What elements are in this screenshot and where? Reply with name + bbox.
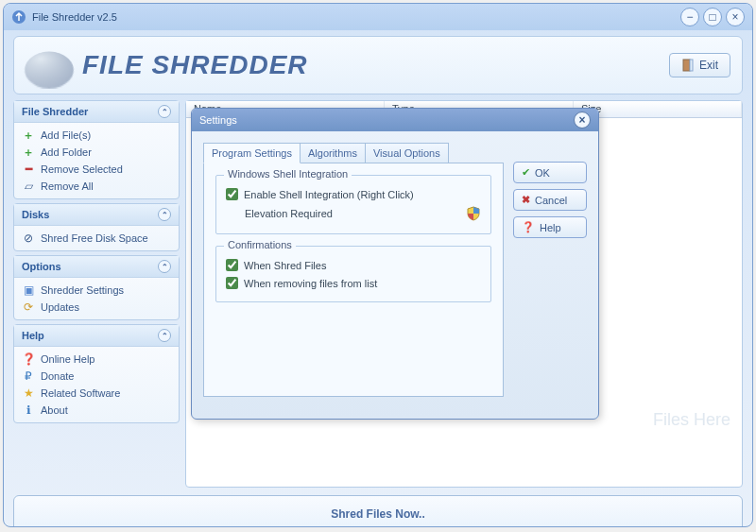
donate-item[interactable]: ₽Donate: [20, 368, 173, 385]
dialog-body: Program Settings Algorithms Visual Optio…: [192, 131, 598, 409]
titlebar: File Shredder v2.5 − □ ×: [4, 4, 752, 30]
window-controls: − □ ×: [680, 8, 745, 26]
dialog-title: Settings: [199, 114, 574, 126]
add-files-item[interactable]: ＋Add File(s): [20, 127, 173, 144]
svg-rect-1: [683, 60, 690, 71]
chevron-up-icon[interactable]: ⌃: [158, 208, 171, 221]
tab-program-settings[interactable]: Program Settings: [203, 143, 301, 163]
related-software-item[interactable]: ★Related Software: [20, 385, 173, 402]
header-bar: FILE SHREDDER Exit: [13, 36, 743, 94]
plus-icon: ＋: [22, 146, 35, 159]
online-help-item[interactable]: ❓Online Help: [20, 351, 173, 368]
tab-visual-options[interactable]: Visual Options: [365, 143, 449, 163]
tab-content: Windows Shell Integration Enable Shell I…: [203, 163, 504, 397]
ok-button[interactable]: ✔OK: [513, 162, 587, 183]
app-icon: [11, 9, 26, 25]
gear-icon: ▣: [22, 283, 35, 297]
dialog-close-button[interactable]: ×: [574, 112, 591, 129]
eraser-icon: ▱: [22, 180, 35, 193]
panel-header[interactable]: Options ⌃: [14, 256, 179, 278]
tab-area: Program Settings Algorithms Visual Optio…: [203, 143, 504, 398]
help-icon: ❓: [522, 221, 535, 233]
panel-disks: Disks ⌃ ⊘Shred Free Disk Space: [13, 203, 180, 251]
maximize-button[interactable]: □: [703, 8, 722, 26]
shredder-settings-item[interactable]: ▣Shredder Settings: [20, 282, 173, 299]
chevron-up-icon[interactable]: ⌃: [158, 260, 171, 273]
settings-dialog: Settings × Program Settings Algorithms V…: [191, 108, 599, 420]
logo-text: FILE SHREDDER: [82, 50, 308, 80]
disk-icon: ⊘: [22, 232, 35, 245]
panel-header[interactable]: Disks ⌃: [14, 204, 179, 226]
x-icon: ✖: [522, 194, 530, 206]
panel-file-shredder: File Shredder ⌃ ＋Add File(s) ＋Add Folder…: [13, 100, 180, 199]
elevation-row: Elevation Required: [245, 203, 481, 224]
donate-icon: ₽: [22, 369, 35, 383]
cancel-button[interactable]: ✖Cancel: [513, 189, 587, 211]
logo-disk-icon: [17, 52, 81, 89]
drop-hint: Files Here: [653, 410, 730, 430]
minimize-button[interactable]: −: [680, 8, 699, 26]
updates-item[interactable]: ⟳Updates: [20, 299, 173, 316]
shell-integration-group: Windows Shell Integration Enable Shell I…: [215, 175, 491, 234]
enable-shell-row[interactable]: Enable Shell Integration (Right Click): [226, 185, 481, 203]
tab-algorithms[interactable]: Algorithms: [300, 143, 366, 163]
update-icon: ⟳: [22, 300, 35, 314]
shred-files-button[interactable]: Shred Files Now..: [13, 495, 743, 527]
dialog-buttons: ✔OK ✖Cancel ❓Help: [513, 162, 587, 398]
confirm-remove-row[interactable]: When removing files from list: [226, 274, 481, 292]
enable-shell-checkbox[interactable]: [226, 188, 238, 200]
about-item[interactable]: ℹAbout: [20, 402, 173, 419]
panel-header[interactable]: Help ⌃: [14, 325, 179, 347]
main-window: File Shredder v2.5 − □ × FILE SHREDDER E…: [3, 3, 753, 527]
panel-help: Help ⌃ ❓Online Help ₽Donate ★Related Sof…: [13, 324, 180, 423]
star-icon: ★: [22, 386, 35, 400]
chevron-up-icon[interactable]: ⌃: [158, 105, 171, 118]
remove-selected-item[interactable]: ━Remove Selected: [20, 161, 173, 178]
check-icon: ✔: [522, 166, 530, 179]
confirmations-group: Confirmations When Shred Files When remo…: [215, 246, 491, 302]
sidebar: File Shredder ⌃ ＋Add File(s) ＋Add Folder…: [13, 100, 180, 488]
uac-shield-icon: [466, 206, 481, 221]
close-button[interactable]: ×: [726, 8, 745, 26]
confirm-shred-checkbox[interactable]: [226, 259, 238, 271]
shred-free-space-item[interactable]: ⊘Shred Free Disk Space: [20, 230, 173, 247]
window-title: File Shredder v2.5: [32, 11, 680, 23]
minus-icon: ━: [22, 163, 35, 176]
dialog-titlebar[interactable]: Settings ×: [192, 109, 598, 131]
chevron-up-icon[interactable]: ⌃: [158, 329, 171, 342]
remove-all-item[interactable]: ▱Remove All: [20, 178, 173, 195]
confirm-shred-row[interactable]: When Shred Files: [226, 256, 481, 274]
help-button[interactable]: ❓Help: [513, 216, 587, 238]
info-icon: ℹ: [22, 403, 35, 417]
plus-icon: ＋: [22, 129, 35, 142]
svg-rect-2: [690, 60, 693, 71]
confirm-remove-checkbox[interactable]: [226, 277, 238, 289]
panel-options: Options ⌃ ▣Shredder Settings ⟳Updates: [13, 255, 180, 320]
door-icon: [681, 59, 695, 72]
tabs: Program Settings Algorithms Visual Optio…: [203, 143, 504, 163]
exit-button[interactable]: Exit: [669, 53, 730, 77]
help-icon: ❓: [22, 352, 35, 366]
panel-header[interactable]: File Shredder ⌃: [14, 101, 179, 123]
add-folder-item[interactable]: ＋Add Folder: [20, 144, 173, 161]
